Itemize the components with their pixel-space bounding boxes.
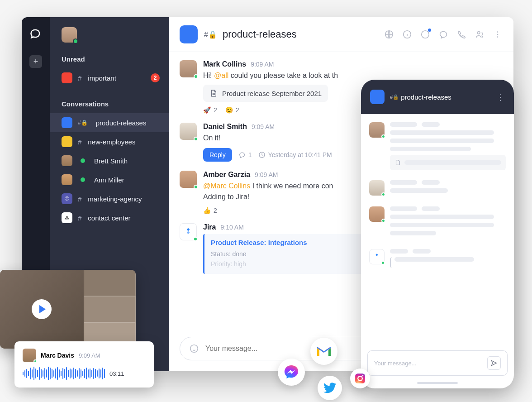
svg-rect-9	[355, 373, 365, 383]
sidebar-item-new-employees[interactable]: # new-employees	[50, 132, 169, 151]
presence-dot	[81, 158, 85, 163]
globe-icon[interactable]	[384, 29, 394, 39]
reply-timestamp: Yesterday at 10:41 PM	[258, 151, 332, 158]
sidebar-section-unread: Unread	[50, 43, 169, 68]
channel-avatar-icon	[370, 90, 385, 104]
sidebar-item-important[interactable]: # important 2	[50, 68, 169, 87]
message-author[interactable]: Jira	[203, 223, 216, 231]
message-avatar[interactable]	[180, 171, 197, 188]
video-main-participant	[0, 270, 84, 349]
sidebar-section-conversations: Conversations	[50, 87, 169, 113]
app-logo-icon[interactable]	[29, 27, 42, 40]
reply-button[interactable]: Reply	[203, 148, 232, 162]
header-actions	[384, 29, 503, 39]
sidebar-item-product-releases[interactable]: #🔒 product-releases	[50, 113, 169, 132]
discussion-icon[interactable]	[420, 29, 430, 39]
mobile-home-indicator	[417, 382, 458, 384]
presence-dot	[81, 177, 85, 182]
sidebar-item-contact-center[interactable]: ⁂ # contact center	[50, 208, 169, 227]
mention[interactable]: @Marc Collins	[203, 182, 250, 190]
emoji-icon[interactable]	[189, 344, 199, 354]
sidebar-item-brett-smith[interactable]: Brett Smith	[50, 151, 169, 170]
channel-name: important	[88, 74, 116, 82]
twitter-icon[interactable]	[318, 376, 342, 400]
reaction[interactable]: 🚀2	[203, 106, 217, 114]
video-participant-tile	[84, 270, 136, 296]
add-workspace-button[interactable]: +	[29, 55, 42, 68]
channel-name: product-releases	[223, 29, 297, 40]
user-avatar[interactable]	[62, 27, 77, 43]
message-time: 9:09 AM	[251, 61, 274, 68]
unread-badge: 2	[151, 73, 160, 82]
svg-point-11	[362, 375, 364, 377]
channel-color-icon	[62, 136, 72, 147]
reply-count[interactable]: 1	[238, 151, 252, 158]
instagram-icon[interactable]	[350, 368, 370, 388]
gmail-icon[interactable]	[310, 338, 337, 365]
slack-icon: ⁂	[62, 212, 72, 223]
attachment[interactable]: Product release September 2021	[203, 85, 328, 102]
kebab-icon[interactable]: ⋮	[496, 91, 505, 102]
phone-icon[interactable]	[456, 29, 466, 39]
teams-icon: Ⓣ	[62, 193, 72, 204]
svg-point-4	[497, 31, 499, 33]
channel-title: #🔒 product-releases	[204, 29, 297, 40]
message-avatar[interactable]	[180, 123, 197, 140]
message-author[interactable]: Mark Collins	[203, 60, 246, 68]
message-avatar	[369, 122, 385, 138]
send-button[interactable]	[487, 356, 501, 370]
document-icon	[394, 159, 401, 166]
video-participant-tile	[84, 296, 136, 322]
voice-author-avatar	[23, 349, 36, 362]
info-icon[interactable]	[402, 29, 412, 39]
channel-color-icon	[62, 72, 72, 83]
channel-name: new-employees	[88, 138, 135, 146]
play-button[interactable]	[32, 299, 52, 319]
message-author[interactable]: Amber Garzia	[203, 171, 250, 179]
waveform[interactable]	[23, 367, 105, 380]
mobile-composer[interactable]: Your message...	[367, 350, 508, 376]
message-time: 9:09 AM	[255, 171, 278, 178]
message-avatar[interactable]	[180, 60, 197, 77]
kebab-icon[interactable]	[493, 29, 503, 39]
reaction[interactable]: 👍2	[203, 207, 217, 214]
mobile-preview: #🔒product-releases ⋮ Your message...	[361, 80, 514, 388]
sidebar-item-marketing-agency[interactable]: Ⓣ # marketing-agency	[50, 189, 169, 208]
dm-avatar	[62, 155, 72, 166]
channel-name: product-releases	[96, 119, 147, 127]
reaction[interactable]: 😊2	[225, 106, 239, 114]
mention[interactable]: @all	[214, 72, 228, 79]
dm-avatar	[62, 174, 72, 185]
svg-point-8	[190, 345, 198, 353]
voice-time: 9:09 AM	[79, 352, 100, 359]
channel-name: marketing-agency	[88, 195, 142, 203]
dm-name: Brett Smith	[94, 157, 128, 165]
hash-icon: #	[78, 138, 81, 146]
channel-header: #🔒 product-releases	[169, 17, 513, 52]
jira-avatar-icon[interactable]	[180, 223, 197, 240]
mobile-message-list[interactable]	[361, 114, 514, 344]
hash-lock-icon: #🔒	[78, 120, 88, 126]
notification-dot	[428, 29, 431, 32]
video-call-preview[interactable]	[0, 270, 136, 349]
svg-point-5	[497, 34, 499, 35]
hash-icon: #	[78, 74, 81, 82]
mobile-message-input[interactable]: Your message...	[374, 360, 483, 367]
message-time: 9:09 AM	[252, 123, 275, 130]
jira-avatar-icon	[369, 249, 385, 264]
svg-point-6	[497, 36, 499, 38]
svg-point-3	[477, 32, 480, 34]
svg-point-2	[422, 31, 429, 38]
voice-message-card[interactable]: Marc Davis 9:09 AM 03:11	[14, 341, 154, 388]
attachment-name: Product release September 2021	[222, 90, 322, 97]
thread-icon[interactable]	[438, 29, 448, 39]
dm-name: Ann Miller	[94, 176, 124, 184]
channel-name: contact center	[88, 214, 130, 222]
message-author[interactable]: Daniel Smith	[203, 123, 247, 131]
messenger-icon[interactable]	[278, 359, 305, 386]
sidebar-item-ann-miller[interactable]: Ann Miller	[50, 170, 169, 189]
clock-icon	[258, 151, 266, 158]
members-icon[interactable]	[475, 29, 484, 39]
voice-duration: 03:11	[109, 370, 124, 377]
document-icon	[209, 89, 218, 97]
